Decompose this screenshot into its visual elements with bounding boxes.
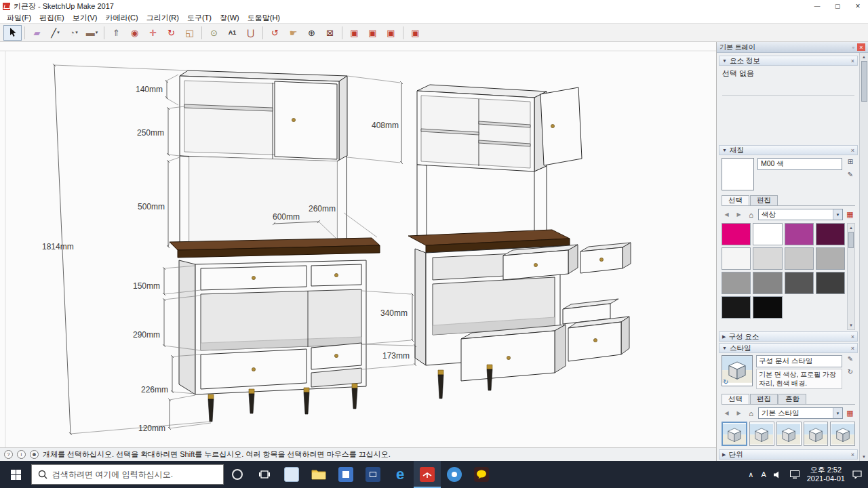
- components-header[interactable]: ▶ 구성 요소 ×: [719, 331, 858, 342]
- material-name-input[interactable]: M00 색: [757, 158, 842, 170]
- in-model-home-icon[interactable]: ⌂: [746, 408, 756, 418]
- units-close-icon[interactable]: ×: [851, 451, 854, 458]
- select-tool[interactable]: [3, 25, 22, 41]
- color-swatch[interactable]: [753, 272, 782, 294]
- entity-info-header[interactable]: ▼ 요소 정보 ×: [719, 56, 858, 66]
- swatch-scrollbar[interactable]: ▲ ▼: [847, 223, 855, 330]
- units-header[interactable]: ▶ 단위 ×: [719, 449, 858, 460]
- layout-button[interactable]: ▣: [406, 25, 425, 41]
- file-explorer-button[interactable]: [305, 461, 332, 488]
- scroll-down-icon[interactable]: ▼: [849, 321, 853, 329]
- zoom-extents-tool[interactable]: ⊠: [321, 25, 339, 41]
- close-button[interactable]: ×: [848, 0, 868, 12]
- color-swatch[interactable]: [785, 223, 814, 245]
- tape-measure-tool[interactable]: ⊙: [205, 25, 223, 41]
- color-swatch[interactable]: [785, 272, 814, 294]
- menu-view[interactable]: 보기(V): [68, 12, 102, 23]
- scale-tool[interactable]: ◱: [180, 25, 199, 41]
- menu-help[interactable]: 도움말(H): [243, 12, 284, 23]
- color-swatch[interactable]: [753, 223, 782, 245]
- color-swatch[interactable]: [753, 296, 782, 319]
- scroll-down-icon[interactable]: ▼: [862, 453, 866, 461]
- style-thumbnail[interactable]: [722, 422, 747, 446]
- menu-tools[interactable]: 도구(T): [183, 12, 216, 23]
- start-button[interactable]: [0, 461, 31, 488]
- styles-close-icon[interactable]: ×: [851, 345, 854, 352]
- scroll-up-icon[interactable]: ▲: [862, 53, 866, 61]
- warehouse-button-3[interactable]: ▣: [382, 25, 400, 41]
- pin-icon[interactable]: ▫: [852, 44, 854, 51]
- styles-tab-select[interactable]: 선택: [722, 394, 749, 404]
- color-swatch[interactable]: [785, 247, 814, 270]
- styles-header[interactable]: ▼ 스타일 ×: [719, 343, 858, 353]
- color-swatch[interactable]: [816, 272, 845, 294]
- style-update-icon[interactable]: ↻: [848, 368, 853, 375]
- eraser-tool[interactable]: ▰: [28, 25, 46, 41]
- forward-arrow-icon[interactable]: ▶: [734, 209, 744, 220]
- action-center-icon[interactable]: [852, 470, 862, 479]
- tray-close-icon[interactable]: ×: [857, 43, 865, 51]
- menu-window[interactable]: 창(W): [216, 12, 243, 23]
- zoom-tool[interactable]: ⊕: [302, 25, 321, 41]
- edge-browser-button[interactable]: e: [387, 461, 414, 488]
- rotate-tool[interactable]: ↻: [162, 25, 180, 41]
- tray-chevron-icon[interactable]: ∧: [748, 470, 753, 479]
- taskbar-clock[interactable]: 오후 2:52 2021-04-01: [807, 466, 845, 483]
- components-close-icon[interactable]: ×: [851, 333, 854, 340]
- forward-arrow-icon[interactable]: ▶: [734, 408, 744, 418]
- arc-tool[interactable]: ◔▾: [64, 25, 83, 41]
- color-swatch[interactable]: [722, 247, 751, 270]
- kakaotalk-button[interactable]: [468, 461, 495, 488]
- style-collection-dropdown[interactable]: 기본 스타일 ▼: [758, 407, 843, 419]
- sample-paint-dropper-icon[interactable]: ✎: [848, 171, 853, 178]
- materials-tab-edit[interactable]: 편집: [750, 195, 778, 205]
- swatch-view-icon[interactable]: ▦: [845, 408, 855, 418]
- color-swatch[interactable]: [722, 272, 751, 294]
- minimize-button[interactable]: —: [807, 0, 827, 12]
- scroll-up-icon[interactable]: ▲: [849, 224, 853, 232]
- paint-bucket-tool[interactable]: ⋃: [241, 25, 260, 41]
- style-dropper-icon[interactable]: ✎: [848, 355, 853, 363]
- ime-indicator[interactable]: A: [761, 470, 766, 479]
- move-tool[interactable]: ✛: [144, 25, 162, 41]
- orbit-tool[interactable]: ↺: [266, 25, 284, 41]
- tray-header[interactable]: 기본 트레이 ▫ ×: [717, 42, 868, 53]
- menu-camera[interactable]: 카메라(C): [101, 12, 142, 23]
- color-swatch[interactable]: [816, 223, 845, 245]
- materials-close-icon[interactable]: ×: [851, 147, 854, 154]
- dimension-text-tool[interactable]: A1: [223, 25, 241, 41]
- pan-tool[interactable]: ☛: [284, 25, 302, 41]
- cortana-button[interactable]: [224, 461, 251, 488]
- active-material-preview[interactable]: [722, 158, 754, 190]
- materials-tab-select[interactable]: 선택: [722, 195, 749, 205]
- refresh-style-icon[interactable]: ↻: [723, 378, 728, 386]
- offset-tool[interactable]: ◉: [125, 25, 144, 41]
- style-thumbnail[interactable]: [830, 422, 855, 446]
- color-swatch[interactable]: [816, 247, 845, 270]
- warehouse-button-1[interactable]: ▣: [345, 25, 363, 41]
- style-thumbnail[interactable]: [776, 422, 802, 446]
- info-icon[interactable]: i: [17, 450, 26, 459]
- drawing-canvas[interactable]: 140mm 250mm 500mm 1814mm: [0, 42, 716, 447]
- materials-header[interactable]: ▼ 재질 ×: [719, 145, 858, 155]
- taskbar-search-input[interactable]: 검색하려면 여기에 입력하십시오.: [31, 464, 224, 485]
- style-thumbnail[interactable]: [749, 422, 774, 446]
- color-swatch[interactable]: [722, 296, 751, 319]
- speaker-icon[interactable]: [774, 471, 783, 479]
- active-style-preview[interactable]: ↻: [722, 355, 753, 386]
- push-pull-tool[interactable]: ⇑: [107, 25, 125, 41]
- shapes-tool[interactable]: ▬▾: [83, 25, 101, 41]
- material-collection-dropdown[interactable]: 색상 ▼: [758, 209, 843, 220]
- back-arrow-icon[interactable]: ◀: [722, 209, 732, 220]
- geolocation-icon[interactable]: ☻: [30, 450, 39, 459]
- maximize-button[interactable]: ▢: [827, 0, 848, 12]
- color-swatch[interactable]: [722, 223, 751, 245]
- menu-edit[interactable]: 편집(E): [35, 12, 68, 23]
- taskbar-app-2[interactable]: [332, 461, 359, 488]
- menu-draw[interactable]: 그리기(R): [142, 12, 183, 23]
- styles-tab-edit[interactable]: 편집: [750, 394, 778, 404]
- task-view-button[interactable]: [251, 461, 278, 488]
- taskbar-app-3[interactable]: [359, 461, 387, 488]
- tray-scrollbar[interactable]: ▲ ▼: [859, 53, 868, 461]
- warehouse-button-2[interactable]: ▣: [363, 25, 382, 41]
